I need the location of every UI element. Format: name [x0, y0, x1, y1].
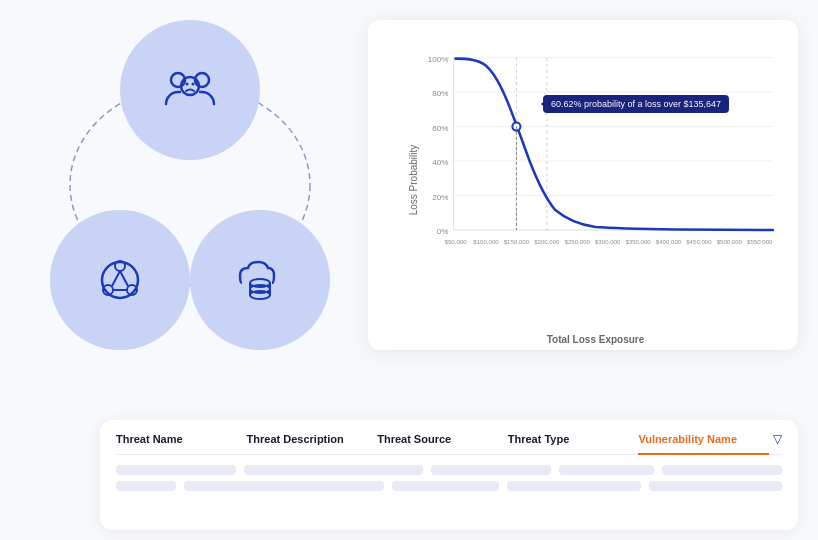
x-axis-label: Total Loss Exposure [547, 334, 645, 345]
cell-placeholder [116, 481, 176, 491]
table-row [116, 481, 782, 491]
col-header-vuln-name: Vulnerability Name [638, 433, 769, 455]
svg-text:40%: 40% [432, 158, 448, 167]
col-header-threat-source: Threat Source [377, 433, 508, 445]
cell-placeholder [649, 481, 782, 491]
svg-text:$300,000: $300,000 [595, 238, 621, 245]
y-axis-label: Loss Probability [408, 145, 419, 216]
circle-cloud-db [190, 210, 330, 350]
filter-icon[interactable]: ▽ [773, 432, 782, 446]
svg-text:80%: 80% [432, 89, 448, 98]
svg-text:$100,000: $100,000 [473, 238, 499, 245]
svg-text:$350,000: $350,000 [625, 238, 651, 245]
svg-point-4 [186, 83, 189, 86]
cloud-db-icon [228, 248, 292, 312]
circles-group [40, 20, 340, 350]
chart-svg: 100% 80% 60% 40% 20% 0% $50,000 $100,000… [413, 40, 778, 278]
svg-point-6 [102, 262, 138, 298]
col-header-threat-name: Threat Name [116, 433, 247, 445]
svg-text:$150,000: $150,000 [504, 238, 530, 245]
svg-point-5 [192, 83, 195, 86]
svg-text:0%: 0% [437, 227, 449, 236]
cell-placeholder [184, 481, 384, 491]
chart-tooltip: 60.62% probability of a loss over $135,6… [543, 95, 729, 113]
svg-line-11 [120, 271, 128, 286]
svg-line-10 [112, 271, 120, 286]
svg-text:$500,000: $500,000 [717, 238, 743, 245]
cell-placeholder [116, 465, 236, 475]
svg-text:$50,000: $50,000 [445, 238, 468, 245]
table-row [116, 465, 782, 475]
main-container: Loss Probability 100% 80% 60% 40% 20% 0%… [0, 0, 818, 540]
cell-placeholder [431, 465, 551, 475]
svg-text:$400,000: $400,000 [656, 238, 682, 245]
people-icon [158, 58, 222, 122]
col-header-threat-type: Threat Type [508, 433, 639, 445]
svg-text:$250,000: $250,000 [565, 238, 591, 245]
chart-panel: Loss Probability 100% 80% 60% 40% 20% 0%… [368, 20, 798, 350]
bottom-table: Threat Name Threat Description Threat So… [100, 420, 798, 530]
svg-text:$200,000: $200,000 [534, 238, 560, 245]
cell-placeholder [244, 465, 423, 475]
svg-text:100%: 100% [428, 55, 449, 64]
left-section [20, 20, 360, 440]
svg-text:20%: 20% [432, 193, 448, 202]
svg-text:60%: 60% [432, 124, 448, 133]
cell-placeholder [392, 481, 499, 491]
cell-placeholder [662, 465, 782, 475]
col-header-threat-desc: Threat Description [247, 433, 378, 445]
svg-text:$550,000: $550,000 [747, 238, 773, 245]
circle-people [120, 20, 260, 160]
circle-network [50, 210, 190, 350]
table-header: Threat Name Threat Description Threat So… [116, 432, 782, 455]
svg-text:$450,000: $450,000 [686, 238, 712, 245]
chart-area: Loss Probability 100% 80% 60% 40% 20% 0%… [413, 40, 778, 320]
network-icon [88, 248, 152, 312]
svg-point-3 [181, 77, 199, 95]
cell-placeholder [559, 465, 655, 475]
cell-placeholder [507, 481, 640, 491]
